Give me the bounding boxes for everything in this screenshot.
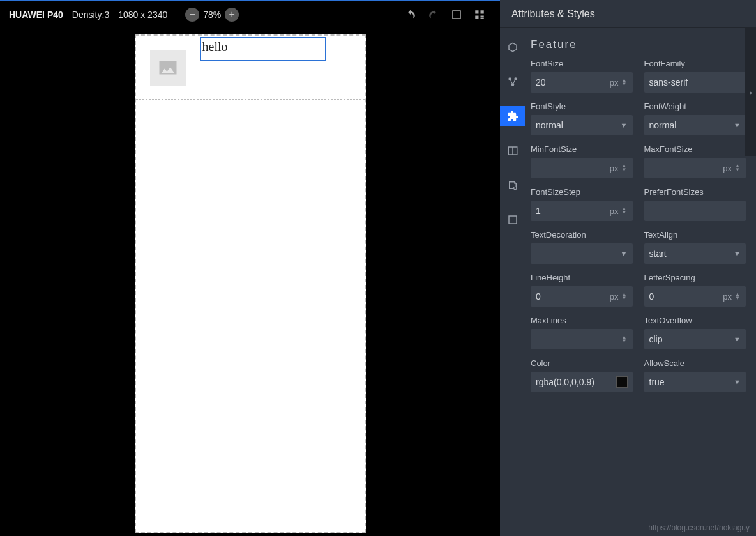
field-textDecoration: TextDecoration [531,230,633,264]
field-textAlign: TextAlign start [644,230,746,264]
watermark-text: https://blog.csdn.net/nokiaguy [648,523,750,532]
label-textAlign: TextAlign [644,230,746,240]
input-maxLines[interactable]: ▲▼ [531,329,633,349]
undo-icon[interactable] [403,7,418,22]
field-maxLines: MaxLines ▲▼ [531,316,633,349]
svg-point-6 [511,83,515,86]
label-maxFontSize: MaxFontSize [644,144,746,154]
label-textDecoration: TextDecoration [531,230,633,240]
svg-rect-2 [481,10,484,13]
label-fontStyle: FontStyle [531,102,633,111]
svg-point-5 [514,77,517,80]
field-fontWeight: FontWeight normal [644,102,746,135]
input-letterSpacing[interactable]: 0 px ▲▼ [644,286,746,307]
zoom-out-button[interactable]: − [185,8,199,22]
zoom-level: 78% [203,10,221,20]
svg-rect-3 [475,16,478,19]
svg-rect-1 [475,10,478,13]
rail-feature-icon[interactable] [500,106,525,126]
image-placeholder[interactable] [150,50,186,86]
device-name: HUAWEI P40 [9,10,63,20]
attributes-panel: Attributes & Styles Feature [500,0,756,536]
svg-point-9 [514,187,517,190]
right-tab-rail[interactable]: ▸ [745,28,756,156]
select-textOverflow[interactable]: clip [644,329,746,349]
field-preferFontSizes: PreferFontSizes [644,187,746,221]
field-fontSizeStep: FontSizeStep 1 px ▲▼ [531,187,633,221]
input-color[interactable]: rgba(0,0,0,0.9) [531,372,633,392]
field-fontFamily: FontFamily sans-serif [644,59,746,93]
phone-header: hello [136,36,365,100]
rectangle-icon[interactable] [449,7,464,22]
input-lineHeight[interactable]: 0 px ▲▼ [531,286,633,307]
rail-cube-icon[interactable] [500,37,525,57]
label-minFontSize: MinFontSize [531,144,633,154]
label-lineHeight: LineHeight [531,273,633,282]
input-minFontSize[interactable]: px ▲▼ [531,158,633,178]
select-fontWeight[interactable]: normal [644,115,746,135]
select-fontStyle[interactable]: normal [531,115,633,135]
properties-list: Feature FontSize 20 px ▲▼ FontFamily san… [525,28,756,536]
field-maxFontSize: MaxFontSize px ▲▼ [644,144,746,178]
field-textOverflow: TextOverflow clip [644,316,746,349]
label-fontFamily: FontFamily [644,59,746,68]
label-letterSpacing: LetterSpacing [644,273,746,282]
rail-columns-icon[interactable] [500,141,525,161]
label-fontSizeStep: FontSizeStep [531,187,633,197]
field-fontSize: FontSize 20 px ▲▼ [531,59,633,93]
phone-frame: hello [135,34,366,533]
select-textAlign[interactable]: start [644,243,746,264]
label-textOverflow: TextOverflow [644,316,746,325]
field-letterSpacing: LetterSpacing 0 px ▲▼ [644,273,746,307]
section-heading: Feature [528,37,748,59]
select-textDecoration[interactable] [531,243,633,264]
svg-rect-0 [453,11,460,19]
rail-square-icon[interactable] [500,210,525,230]
panel-icon-rail [500,28,525,536]
preview-canvas[interactable]: hello [0,28,500,536]
label-maxLines: MaxLines [531,316,633,325]
selected-text-value: hello [202,40,228,54]
label-preferFontSizes: PreferFontSizes [644,187,746,197]
label-fontWeight: FontWeight [644,102,746,111]
field-lineHeight: LineHeight 0 px ▲▼ [531,273,633,307]
input-preferFontSizes[interactable] [644,201,746,221]
field-minFontSize: MinFontSize px ▲▼ [531,144,633,178]
panel-title: Attributes & Styles [500,0,756,28]
svg-rect-10 [509,216,517,224]
input-maxFontSize[interactable]: px ▲▼ [644,158,746,178]
top-bar: HUAWEI P40 Density:3 1080 x 2340 − 78% + [0,0,500,28]
resolution-label: 1080 x 2340 [118,10,167,20]
label-allowScale: AllowScale [644,358,746,368]
svg-point-4 [508,77,511,80]
redo-icon[interactable] [426,7,441,22]
density-label: Density:3 [72,10,109,20]
field-allowScale: AllowScale true [644,358,746,392]
rail-nodes-icon[interactable] [500,72,525,92]
selected-text-element[interactable]: hello [200,37,326,61]
input-fontSize[interactable]: 20 px ▲▼ [531,72,633,93]
field-color: Color rgba(0,0,0,0.9) [531,358,633,392]
zoom-in-button[interactable]: + [225,8,239,22]
layout-icon[interactable] [472,7,487,22]
label-fontSize: FontSize [531,59,633,68]
input-fontFamily[interactable]: sans-serif [644,72,746,93]
label-color: Color [531,358,633,368]
input-fontSizeStep[interactable]: 1 px ▲▼ [531,201,633,221]
rail-page-icon[interactable] [500,175,525,195]
select-allowScale[interactable]: true [644,372,746,392]
color-swatch[interactable] [616,376,628,388]
field-fontStyle: FontStyle normal [531,102,633,135]
